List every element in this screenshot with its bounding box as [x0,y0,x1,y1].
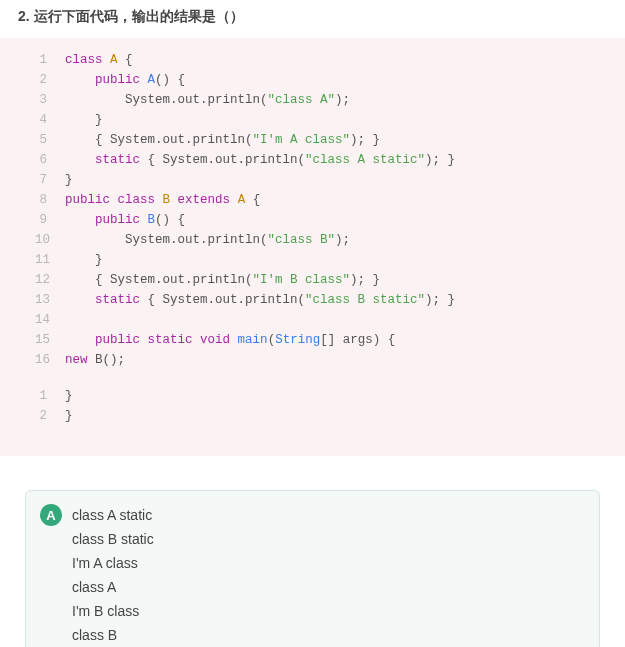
code-line: 4 } [35,110,610,130]
answer-label: A [46,508,55,523]
code-line: 3 System.out.println("class A"); [35,90,610,110]
line-content: { System.out.println("I'm A class"); } [65,130,380,150]
code-line: 15 public static void main(String[] args… [35,330,610,350]
line-number: 10 [35,230,65,250]
line-content: } [65,406,73,426]
code-gap [35,370,610,386]
line-number: 15 [35,330,65,350]
line-number: 2 [35,406,65,426]
line-content: static { System.out.println("class B sta… [65,290,455,310]
answer-content: class A staticclass B staticI'm A classc… [72,503,154,647]
code-line: 10 System.out.println("class B"); [35,230,610,250]
line-content: { System.out.println("I'm B class"); } [65,270,380,290]
line-content: System.out.println("class A"); [65,90,350,110]
line-number: 1 [35,386,65,406]
code-line: 13 static { System.out.println("class B … [35,290,610,310]
code-line: 7} [35,170,610,190]
line-content: } [65,386,73,406]
code-line: 8public class B extends A { [35,190,610,210]
line-content: System.out.println("class B"); [65,230,350,250]
code-line: 5 { System.out.println("I'm A class"); } [35,130,610,150]
line-content: } [65,170,73,190]
line-number: 12 [35,270,65,290]
line-number: 14 [35,310,65,330]
question-number: 2. [18,8,30,24]
line-number: 6 [35,150,65,170]
line-number: 3 [35,90,65,110]
line-number: 2 [35,70,65,90]
answer-badge: A [40,504,62,526]
line-number: 7 [35,170,65,190]
answer-line: class A static [72,503,154,527]
code-line: 1class A { [35,50,610,70]
line-number: 11 [35,250,65,270]
line-number: 9 [35,210,65,230]
answer-section: A class A staticclass B staticI'm A clas… [0,456,625,647]
line-content: public B() { [65,210,185,230]
line-content: public static void main(String[] args) { [65,330,395,350]
code-container: 1class A {2 public A() {3 System.out.pri… [0,38,625,456]
code-line: 16new B(); [35,350,610,370]
line-number: 8 [35,190,65,210]
code-line: 12 { System.out.println("I'm B class"); … [35,270,610,290]
line-number: 16 [35,350,65,370]
line-number: 5 [35,130,65,150]
line-content: new B(); [65,350,125,370]
line-content: } [65,250,103,270]
code-block-1: 1class A {2 public A() {3 System.out.pri… [35,50,610,370]
answer-line: I'm B class [72,599,154,623]
answer-line: class B static [72,527,154,551]
line-content: static { System.out.println("class A sta… [65,150,455,170]
code-line: 2} [35,406,610,426]
line-content: } [65,110,103,130]
code-block-2: 1}2} [35,386,610,426]
code-line: 1} [35,386,610,406]
code-line: 14 [35,310,610,330]
line-number: 1 [35,50,65,70]
answer-option-a[interactable]: A class A staticclass B staticI'm A clas… [25,490,600,647]
line-content: class A { [65,50,133,70]
code-line: 2 public A() { [35,70,610,90]
line-content: public A() { [65,70,185,90]
code-line: 11 } [35,250,610,270]
question-header: 2. 运行下面代码，输出的结果是（） [0,0,625,38]
answer-line: I'm A class [72,551,154,575]
line-number: 4 [35,110,65,130]
code-line: 9 public B() { [35,210,610,230]
answer-line: class A [72,575,154,599]
line-number: 13 [35,290,65,310]
code-line: 6 static { System.out.println("class A s… [35,150,610,170]
question-text: 运行下面代码，输出的结果是（） [34,8,244,24]
line-content: public class B extends A { [65,190,260,210]
answer-line: class B [72,623,154,647]
